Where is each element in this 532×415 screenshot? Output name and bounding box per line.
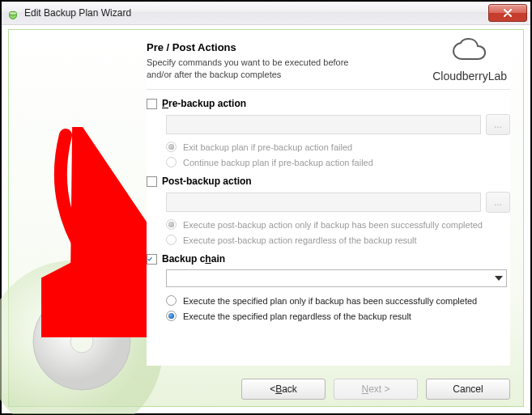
window-title: Edit Backup Plan Wizard — [24, 7, 131, 19]
brand-name: CloudberryLab — [432, 70, 507, 83]
backup-chain-label: Backup chain — [162, 253, 225, 265]
post-backup-radio-only-success[interactable] — [166, 219, 177, 230]
cancel-button[interactable]: Cancel — [426, 379, 510, 400]
backup-chain-radio-regardless[interactable] — [166, 311, 177, 321]
post-backup-browse-button[interactable]: ... — [486, 192, 510, 213]
pre-backup-browse-button[interactable]: ... — [486, 114, 510, 135]
wizard-panel: Pre / Post Actions Specify commands you … — [8, 29, 524, 407]
post-backup-command-input[interactable] — [166, 193, 481, 212]
wizard-content: Pre / Post Actions Specify commands you … — [147, 38, 510, 366]
svg-point-1 — [10, 11, 17, 15]
wizard-button-bar: < Back Next > Cancel — [9, 372, 523, 406]
chevron-down-icon — [495, 276, 503, 281]
titlebar: Edit Backup Plan Wizard — [2, 2, 530, 25]
next-button[interactable]: Next > — [334, 379, 418, 400]
page-subtitle: Specify commands you want to be executed… — [147, 57, 373, 81]
client-area: Pre / Post Actions Specify commands you … — [3, 26, 529, 412]
close-icon — [503, 9, 513, 17]
app-icon — [6, 6, 19, 19]
pre-backup-label: Pre-backup action — [162, 98, 246, 109]
backup-chain-radio-only-success-label: Execute the specified plan only if backu… — [183, 296, 477, 306]
back-button[interactable]: < Back — [241, 379, 326, 400]
post-backup-section: Post-backup action ... Execute post-back… — [147, 176, 510, 245]
post-backup-checkbox[interactable] — [147, 176, 157, 187]
pre-backup-radio-exit-label: Exit backup plan if pre-backup action fa… — [183, 142, 352, 152]
pre-backup-radio-continue[interactable] — [166, 157, 177, 167]
backup-chain-plan-dropdown[interactable] — [166, 269, 507, 287]
app-frame: Edit Backup Plan Wizard — [0, 0, 532, 415]
pre-backup-radio-exit[interactable] — [166, 142, 177, 152]
window-close-button[interactable] — [488, 4, 527, 22]
pre-backup-radio-continue-label: Continue backup plan if pre-backup actio… — [183, 158, 373, 167]
post-backup-radio-regardless-label: Execute post-backup action regardless of… — [183, 235, 417, 245]
divider — [147, 89, 510, 90]
backup-chain-radio-regardless-label: Execute the specified plan regardless of… — [183, 311, 411, 321]
backup-chain-radio-only-success[interactable] — [166, 295, 177, 306]
page-title: Pre / Post Actions — [147, 41, 373, 53]
brand-block: CloudberryLab — [432, 38, 507, 83]
backup-chain-section: Backup chain Execute the specified plan … — [147, 253, 510, 321]
post-backup-radio-regardless[interactable] — [166, 235, 177, 245]
post-backup-label: Post-backup action — [162, 176, 252, 187]
post-backup-radio-only-success-label: Execute post-backup action only if backu… — [183, 220, 483, 230]
pre-backup-command-input[interactable] — [166, 115, 481, 134]
cloud-icon — [448, 38, 492, 66]
backup-chain-checkbox[interactable] — [147, 254, 157, 265]
page-header: Pre / Post Actions Specify commands you … — [147, 38, 510, 83]
pre-backup-checkbox[interactable] — [147, 99, 157, 109]
pre-backup-section: Pre-backup action ... Exit backup plan i… — [147, 98, 510, 167]
svg-point-4 — [70, 330, 93, 353]
